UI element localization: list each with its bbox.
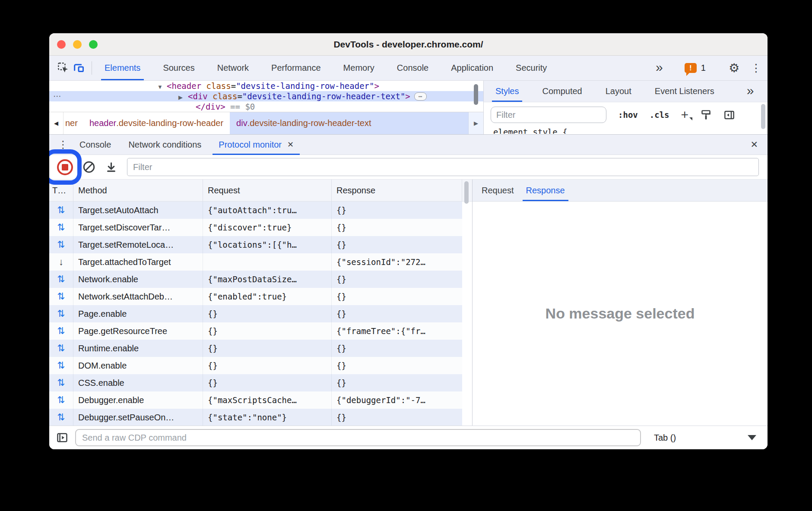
styles-tab-computed[interactable]: Computed	[540, 81, 584, 102]
save-download-icon[interactable]	[105, 161, 117, 173]
code-line[interactable]: </div> == $0	[49, 101, 483, 112]
table-row[interactable]: ⇅Network.enable{"maxPostDataSize…{}	[49, 271, 462, 288]
record-button[interactable]	[57, 159, 73, 175]
settings-gear-icon[interactable]: ⚙	[729, 62, 739, 74]
direction-cell: ⇅	[49, 409, 73, 426]
response-cell: {}	[332, 357, 462, 374]
drawer-menu-kebab-icon[interactable]: ⋮	[55, 135, 71, 155]
breadcrumb-scroll-right-icon[interactable]: ▶	[468, 112, 483, 134]
breadcrumb-scroll-left-icon[interactable]: ◀	[49, 112, 63, 134]
expand-editor-icon[interactable]	[56, 432, 68, 444]
zoom-window-button[interactable]	[89, 40, 98, 49]
close-window-button[interactable]	[57, 40, 66, 49]
column-header-method[interactable]: Method	[73, 180, 203, 201]
tab-security[interactable]: Security	[514, 56, 549, 80]
tab-performance[interactable]: Performance	[269, 56, 323, 80]
raw-cdp-command-input[interactable]	[75, 429, 641, 446]
inspect-element-icon[interactable]	[55, 60, 71, 76]
toggle-element-classes-button[interactable]: .cls	[650, 110, 669, 120]
more-panels-icon[interactable]: »	[656, 61, 663, 76]
direction-cell: ⇅	[49, 340, 73, 357]
styles-tab-styles[interactable]: Styles	[493, 81, 521, 102]
direction-cell: ⇅	[49, 202, 73, 219]
drawer-tab-label: Protocol monitor	[219, 140, 282, 150]
breadcrumb-filler	[378, 112, 469, 134]
close-protocol-monitor-icon[interactable]: ✕	[287, 140, 294, 149]
protocol-monitor-toolbar	[49, 155, 768, 180]
table-row[interactable]: ⇅Page.enable{}{}	[49, 305, 462, 322]
table-row[interactable]: ⇅Debugger.enable{"maxScriptsCache…{"debu…	[49, 391, 462, 409]
tab-network[interactable]: Network	[215, 56, 251, 80]
table-row[interactable]: ⇅Target.setRemoteLoca…{"locations":[{"h……	[49, 236, 462, 253]
drawer-tab-protocol-monitor[interactable]: Protocol monitor✕	[210, 135, 302, 155]
dom-scrollbar-thumb[interactable]	[474, 84, 478, 105]
table-row[interactable]: ⇅Runtime.enable{}{}	[49, 340, 462, 357]
table-row[interactable]: ⇅Target.setDiscoverTar…{"discover":true}…	[49, 219, 462, 236]
tab-memory[interactable]: Memory	[341, 56, 377, 80]
response-cell: {}	[332, 219, 462, 236]
styles-tab-event-listeners[interactable]: Event Listeners	[653, 81, 717, 102]
code-line[interactable]: ⋯▶<div class="devsite-landing-row-header…	[49, 91, 483, 101]
expand-inline-icon[interactable]: ⋯	[414, 92, 427, 101]
grid-scrollbar-thumb[interactable]	[464, 181, 469, 204]
devtools-window: DevTools - developer.chrome.com/ Element…	[49, 33, 768, 449]
styles-tab-layout[interactable]: Layout	[603, 81, 634, 102]
detail-tab-strip: RequestResponse	[473, 180, 768, 202]
empty-state-message: No message selected	[473, 202, 768, 426]
column-header-type[interactable]: T…	[49, 180, 73, 201]
request-cell: {"state":"none"}	[203, 409, 332, 426]
response-cell: {}	[332, 271, 462, 288]
code-token: </div>	[196, 102, 225, 111]
table-row[interactable]: ⇅Page.getResourceTree{}{"frameTree":{"fr…	[49, 322, 462, 340]
table-row[interactable]: ⇅DOM.enable{}{}	[49, 357, 462, 374]
breadcrumb-item-header[interactable]: header.devsite-landing-row-header	[83, 112, 230, 134]
rendering-emulation-icon[interactable]	[700, 109, 712, 121]
sent-received-icon: ⇅	[57, 344, 65, 353]
request-cell: {}	[203, 340, 332, 357]
response-cell: {}	[332, 409, 462, 426]
response-cell: {}	[332, 236, 462, 253]
detail-tab-response[interactable]: Response	[524, 180, 567, 201]
detail-tab-request[interactable]: Request	[479, 180, 516, 201]
styles-filter-input[interactable]	[491, 107, 606, 123]
column-header-request[interactable]: Request	[203, 180, 332, 201]
close-drawer-icon[interactable]: ✕	[750, 139, 761, 150]
clear-all-icon[interactable]	[82, 161, 95, 173]
drawer-tab-console[interactable]: Console	[71, 135, 120, 155]
table-row[interactable]: ⇅Target.setAutoAttach{"autoAttach":tru…{…	[49, 202, 462, 219]
protocol-filter-input[interactable]	[127, 158, 759, 176]
device-toolbar-icon[interactable]	[71, 60, 86, 76]
target-dropdown-caret-icon[interactable]	[748, 435, 756, 440]
code-line[interactable]: ▼<header class="devsite-landing-row-head…	[49, 81, 483, 91]
drawer-tab-network-conditions[interactable]: Network conditions	[120, 135, 210, 155]
line-overflow-ellipsis-icon[interactable]: ⋯	[53, 91, 62, 101]
direction-cell: ⇅	[49, 391, 73, 409]
breadcrumb-item-clipped[interactable]: ner	[63, 112, 83, 134]
breadcrumb-item-selected[interactable]: div.devsite-landing-row-header-text	[230, 112, 377, 134]
message-detail-pane: RequestResponse No message selected	[473, 180, 768, 426]
response-cell: {}	[332, 202, 462, 219]
tab-sources[interactable]: Sources	[161, 56, 197, 80]
column-header-response[interactable]: Response	[332, 180, 462, 201]
table-row[interactable]: ⇅CSS.enable{}{}	[49, 374, 462, 391]
more-styles-tabs-icon[interactable]: »	[747, 81, 754, 102]
tab-elements[interactable]: Elements	[102, 56, 143, 80]
new-style-rule-icon[interactable]: +	[681, 110, 689, 120]
main-menu-kebab-icon[interactable]: ⋮	[751, 63, 761, 73]
minimize-window-button[interactable]	[73, 40, 82, 49]
table-row[interactable]: ↓Target.attachedToTarget{"sessionId":"27…	[49, 253, 462, 271]
sent-received-icon: ⇅	[57, 395, 65, 405]
desktop-background: DevTools - developer.chrome.com/ Element…	[0, 0, 812, 511]
table-row[interactable]: ⇅Debugger.setPauseOn…{"state":"none"}{}	[49, 409, 462, 426]
issues-counter[interactable]: ! 1	[685, 63, 706, 73]
toggle-sidebar-icon[interactable]	[723, 109, 735, 121]
drawer-tab-strip: ⋮ ConsoleNetwork conditionsProtocol moni…	[49, 134, 768, 155]
target-selector[interactable]: Tab ()	[654, 433, 676, 443]
table-row[interactable]: ⇅Network.setAttachDeb…{"enabled":true}{}	[49, 288, 462, 305]
request-cell: {}	[203, 374, 332, 391]
styles-scrollbar-thumb[interactable]	[761, 104, 765, 129]
toggle-pseudo-classes-button[interactable]: :hov	[618, 110, 638, 120]
tab-console[interactable]: Console	[395, 56, 431, 80]
tab-application[interactable]: Application	[449, 56, 495, 80]
protocol-monitor-body: T… Method Request Response ⇅Target.setAu…	[49, 180, 768, 426]
